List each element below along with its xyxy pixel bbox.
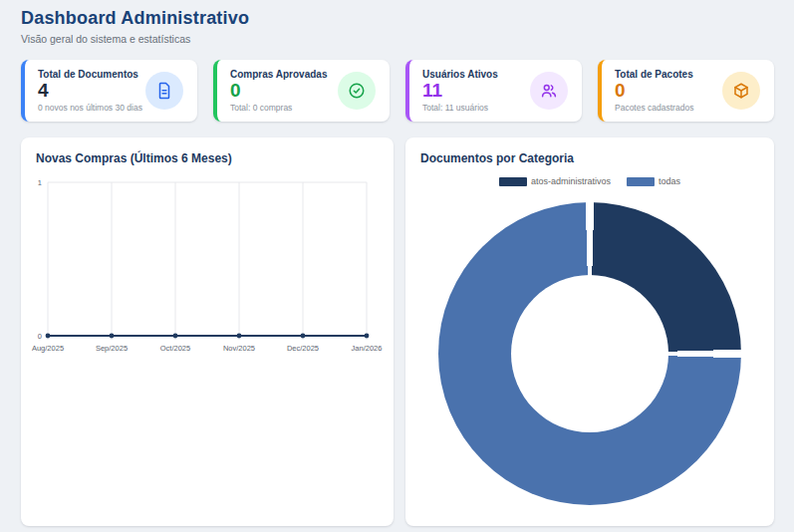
page-subtitle: Visão geral do sistema e estatísticas — [21, 33, 794, 45]
stats-row: Total de Documentos 4 0 novos nos último… — [21, 60, 774, 122]
page-title: Dashboard Administrativo — [21, 8, 794, 29]
stat-label: Total de Documentos — [38, 69, 142, 80]
svg-text:1: 1 — [38, 178, 42, 187]
donut-chart-card: Documentos por Categoria atos-administra… — [405, 137, 774, 526]
legend-swatch — [499, 177, 527, 186]
charts-row: Novas Compras (Últimos 6 Meses) 01Aug/20… — [21, 137, 774, 526]
check-circle-icon — [348, 82, 366, 100]
stat-subtext: 0 novos nos últimos 30 dias — [38, 103, 142, 113]
donut-hole — [511, 275, 668, 432]
users-icon — [540, 82, 558, 100]
svg-text:Nov/2025: Nov/2025 — [223, 344, 255, 353]
file-text-icon — [155, 82, 173, 100]
legend-label: todas — [659, 176, 680, 186]
donut-chart-title: Documentos por Categoria — [405, 137, 774, 165]
stat-icon-badge — [722, 72, 760, 110]
svg-text:Aug/2025: Aug/2025 — [32, 344, 64, 353]
stat-icon-badge — [338, 72, 376, 110]
line-chart: 01Aug/2025Sep/2025Oct/2025Nov/2025Dec/20… — [31, 173, 394, 363]
stat-value: 11 — [422, 81, 498, 101]
stat-card-documentos: Total de Documentos 4 0 novos nos último… — [21, 60, 197, 122]
stat-value: 4 — [38, 81, 142, 101]
svg-text:Jan/2026: Jan/2026 — [352, 344, 383, 353]
stat-icon-badge — [145, 72, 183, 110]
stat-card-usuarios: Usuários Ativos 11 Total: 11 usuários — [405, 60, 582, 122]
stat-subtext: Pacotes cadastrados — [615, 103, 693, 113]
package-icon — [732, 82, 750, 100]
stat-value: 0 — [615, 81, 693, 101]
line-chart-card: Novas Compras (Últimos 6 Meses) 01Aug/20… — [21, 137, 394, 526]
donut-chart — [438, 202, 741, 505]
stat-subtext: Total: 11 usuários — [422, 103, 498, 113]
stat-label: Total de Pacotes — [615, 69, 693, 80]
legend-swatch — [627, 177, 655, 186]
svg-text:Sep/2025: Sep/2025 — [96, 344, 128, 353]
donut-legend: atos-administrativos todas — [405, 176, 774, 186]
svg-text:Dec/2025: Dec/2025 — [287, 344, 319, 353]
stat-subtext: Total: 0 compras — [230, 103, 327, 113]
stat-card-compras: Compras Aprovadas 0 Total: 0 compras — [213, 60, 390, 122]
stat-card-pacotes: Total de Pacotes 0 Pacotes cadastrados — [598, 60, 774, 122]
stat-label: Usuários Ativos — [422, 69, 498, 80]
dashboard-page: Dashboard Administrativo Visão geral do … — [0, 0, 794, 532]
stat-label: Compras Aprovadas — [230, 69, 327, 80]
line-chart-title: Novas Compras (Últimos 6 Meses) — [21, 137, 394, 165]
legend-label: atos-administrativos — [531, 176, 611, 186]
stat-icon-badge — [530, 72, 568, 110]
legend-item-todas[interactable]: todas — [627, 176, 680, 186]
stat-value: 0 — [230, 81, 327, 101]
legend-item-atos-administrativos[interactable]: atos-administrativos — [499, 176, 611, 186]
svg-text:Oct/2025: Oct/2025 — [160, 344, 190, 353]
svg-text:0: 0 — [38, 332, 42, 341]
page-header: Dashboard Administrativo Visão geral do … — [0, 0, 794, 45]
